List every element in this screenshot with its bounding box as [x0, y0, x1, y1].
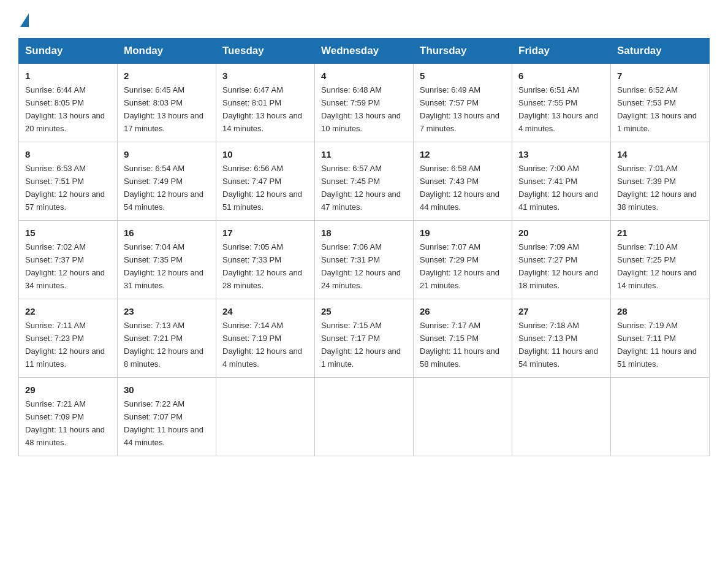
calendar-week-row: 22Sunrise: 7:11 AMSunset: 7:23 PMDayligh… — [19, 299, 710, 377]
day-number: 3 — [222, 69, 308, 83]
day-info: Sunrise: 7:04 AMSunset: 7:35 PMDaylight:… — [124, 242, 203, 290]
calendar-week-row: 1Sunrise: 6:44 AMSunset: 8:05 PMDaylight… — [19, 64, 710, 142]
day-info: Sunrise: 6:57 AMSunset: 7:45 PMDaylight:… — [321, 164, 401, 212]
calendar-cell: 28Sunrise: 7:19 AMSunset: 7:11 PMDayligh… — [611, 299, 710, 377]
calendar-cell: 13Sunrise: 7:00 AMSunset: 7:41 PMDayligh… — [512, 142, 611, 220]
logo-top — [18, 12, 29, 27]
logo — [18, 12, 29, 27]
calendar-cell: 12Sunrise: 6:58 AMSunset: 7:43 PMDayligh… — [414, 142, 512, 220]
calendar-cell: 17Sunrise: 7:05 AMSunset: 7:33 PMDayligh… — [216, 220, 315, 299]
calendar-cell: 20Sunrise: 7:09 AMSunset: 7:27 PMDayligh… — [512, 220, 611, 299]
calendar-cell: 23Sunrise: 7:13 AMSunset: 7:21 PMDayligh… — [118, 299, 216, 377]
day-number: 30 — [124, 383, 210, 397]
day-info: Sunrise: 7:06 AMSunset: 7:31 PMDaylight:… — [321, 242, 401, 290]
day-info: Sunrise: 6:47 AMSunset: 8:01 PMDaylight:… — [222, 85, 302, 133]
day-number: 15 — [25, 226, 111, 240]
calendar-cell: 29Sunrise: 7:21 AMSunset: 7:09 PMDayligh… — [19, 377, 118, 456]
day-info: Sunrise: 7:00 AMSunset: 7:41 PMDaylight:… — [518, 164, 598, 212]
col-sunday: Sunday — [19, 39, 118, 64]
day-info: Sunrise: 7:17 AMSunset: 7:15 PMDaylight:… — [420, 321, 499, 369]
header — [18, 12, 710, 27]
day-number: 5 — [420, 69, 506, 83]
calendar-cell: 7Sunrise: 6:52 AMSunset: 7:53 PMDaylight… — [611, 64, 710, 142]
day-number: 7 — [617, 69, 703, 83]
col-wednesday: Wednesday — [315, 39, 414, 64]
calendar-cell: 24Sunrise: 7:14 AMSunset: 7:19 PMDayligh… — [216, 299, 315, 377]
day-info: Sunrise: 7:01 AMSunset: 7:39 PMDaylight:… — [617, 164, 697, 212]
calendar-cell: 1Sunrise: 6:44 AMSunset: 8:05 PMDaylight… — [19, 64, 118, 142]
day-number: 23 — [124, 304, 210, 318]
day-info: Sunrise: 6:48 AMSunset: 7:59 PMDaylight:… — [321, 85, 401, 133]
calendar-cell — [414, 377, 512, 456]
day-info: Sunrise: 7:05 AMSunset: 7:33 PMDaylight:… — [222, 242, 302, 290]
day-number: 24 — [222, 304, 308, 318]
calendar-cell: 10Sunrise: 6:56 AMSunset: 7:47 PMDayligh… — [216, 142, 315, 220]
calendar-cell: 3Sunrise: 6:47 AMSunset: 8:01 PMDaylight… — [216, 64, 315, 142]
day-info: Sunrise: 7:14 AMSunset: 7:19 PMDaylight:… — [222, 321, 302, 369]
calendar-header-row: Sunday Monday Tuesday Wednesday Thursday… — [19, 39, 710, 64]
calendar-week-row: 8Sunrise: 6:53 AMSunset: 7:51 PMDaylight… — [19, 142, 710, 220]
col-friday: Friday — [512, 39, 611, 64]
day-number: 1 — [25, 69, 111, 83]
day-number: 21 — [617, 226, 703, 240]
calendar-cell: 27Sunrise: 7:18 AMSunset: 7:13 PMDayligh… — [512, 299, 611, 377]
day-number: 12 — [420, 147, 506, 161]
day-number: 6 — [518, 69, 604, 83]
calendar-cell: 25Sunrise: 7:15 AMSunset: 7:17 PMDayligh… — [315, 299, 414, 377]
day-info: Sunrise: 6:54 AMSunset: 7:49 PMDaylight:… — [124, 164, 203, 212]
day-number: 9 — [124, 147, 210, 161]
calendar-week-row: 29Sunrise: 7:21 AMSunset: 7:09 PMDayligh… — [19, 377, 710, 456]
day-number: 29 — [25, 383, 111, 397]
calendar-cell — [611, 377, 710, 456]
logo-triangle-icon — [20, 13, 29, 27]
day-number: 10 — [222, 147, 308, 161]
day-info: Sunrise: 7:22 AMSunset: 7:07 PMDaylight:… — [124, 399, 203, 447]
day-number: 19 — [420, 226, 506, 240]
day-info: Sunrise: 6:44 AMSunset: 8:05 PMDaylight:… — [25, 85, 105, 133]
col-tuesday: Tuesday — [216, 39, 315, 64]
day-info: Sunrise: 7:13 AMSunset: 7:21 PMDaylight:… — [124, 321, 203, 369]
calendar-cell: 9Sunrise: 6:54 AMSunset: 7:49 PMDaylight… — [118, 142, 216, 220]
calendar-cell — [512, 377, 611, 456]
calendar-cell: 5Sunrise: 6:49 AMSunset: 7:57 PMDaylight… — [414, 64, 512, 142]
day-info: Sunrise: 7:10 AMSunset: 7:25 PMDaylight:… — [617, 242, 697, 290]
day-number: 17 — [222, 226, 308, 240]
day-info: Sunrise: 7:11 AMSunset: 7:23 PMDaylight:… — [25, 321, 105, 369]
day-info: Sunrise: 7:21 AMSunset: 7:09 PMDaylight:… — [25, 399, 105, 447]
calendar-cell — [216, 377, 315, 456]
day-number: 25 — [321, 304, 407, 318]
day-number: 20 — [518, 226, 604, 240]
day-info: Sunrise: 6:49 AMSunset: 7:57 PMDaylight:… — [420, 85, 499, 133]
day-info: Sunrise: 7:07 AMSunset: 7:29 PMDaylight:… — [420, 242, 499, 290]
day-number: 16 — [124, 226, 210, 240]
day-info: Sunrise: 6:53 AMSunset: 7:51 PMDaylight:… — [25, 164, 105, 212]
day-number: 26 — [420, 304, 506, 318]
col-thursday: Thursday — [414, 39, 512, 64]
day-number: 22 — [25, 304, 111, 318]
col-saturday: Saturday — [611, 39, 710, 64]
day-number: 4 — [321, 69, 407, 83]
day-info: Sunrise: 6:52 AMSunset: 7:53 PMDaylight:… — [617, 85, 697, 133]
calendar-cell: 6Sunrise: 6:51 AMSunset: 7:55 PMDaylight… — [512, 64, 611, 142]
calendar-cell: 2Sunrise: 6:45 AMSunset: 8:03 PMDaylight… — [118, 64, 216, 142]
calendar-cell: 19Sunrise: 7:07 AMSunset: 7:29 PMDayligh… — [414, 220, 512, 299]
day-info: Sunrise: 6:51 AMSunset: 7:55 PMDaylight:… — [518, 85, 598, 133]
col-monday: Monday — [118, 39, 216, 64]
day-info: Sunrise: 7:19 AMSunset: 7:11 PMDaylight:… — [617, 321, 697, 369]
calendar-cell: 4Sunrise: 6:48 AMSunset: 7:59 PMDaylight… — [315, 64, 414, 142]
calendar-week-row: 15Sunrise: 7:02 AMSunset: 7:37 PMDayligh… — [19, 220, 710, 299]
calendar-cell: 22Sunrise: 7:11 AMSunset: 7:23 PMDayligh… — [19, 299, 118, 377]
day-number: 28 — [617, 304, 703, 318]
calendar-cell: 15Sunrise: 7:02 AMSunset: 7:37 PMDayligh… — [19, 220, 118, 299]
calendar-cell: 8Sunrise: 6:53 AMSunset: 7:51 PMDaylight… — [19, 142, 118, 220]
day-number: 8 — [25, 147, 111, 161]
day-number: 13 — [518, 147, 604, 161]
calendar-cell: 18Sunrise: 7:06 AMSunset: 7:31 PMDayligh… — [315, 220, 414, 299]
day-number: 27 — [518, 304, 604, 318]
calendar-cell: 11Sunrise: 6:57 AMSunset: 7:45 PMDayligh… — [315, 142, 414, 220]
calendar-cell: 16Sunrise: 7:04 AMSunset: 7:35 PMDayligh… — [118, 220, 216, 299]
day-number: 14 — [617, 147, 703, 161]
day-number: 2 — [124, 69, 210, 83]
calendar-cell — [315, 377, 414, 456]
day-info: Sunrise: 7:18 AMSunset: 7:13 PMDaylight:… — [518, 321, 598, 369]
